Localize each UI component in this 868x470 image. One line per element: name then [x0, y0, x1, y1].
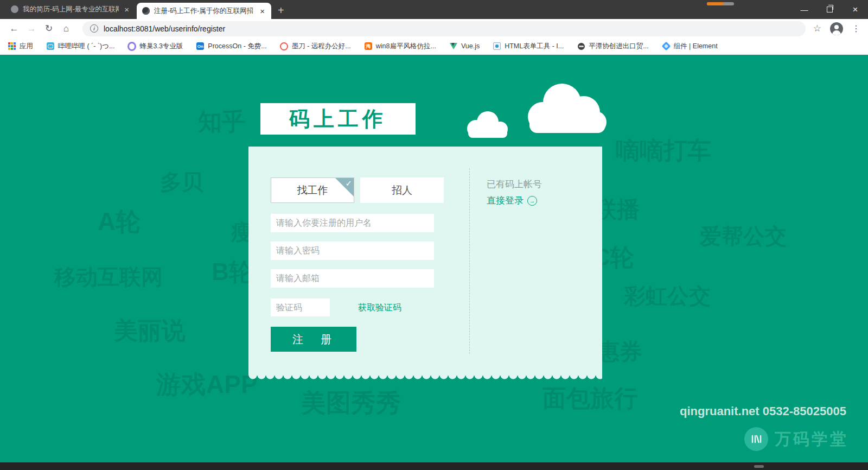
- tab-recruiter[interactable]: 招人: [360, 177, 444, 203]
- bookmark-label: HTML表单工具 - I...: [505, 42, 564, 51]
- background-watermark: B轮: [212, 256, 253, 288]
- bookmark-label: 蜂巢3.3专业版: [139, 42, 183, 51]
- background-watermark: 游戏APP: [156, 368, 258, 402]
- bookmark-star-icon[interactable]: ☆: [813, 23, 821, 34]
- url-text[interactable]: localhost:8081/web/userinfo/register: [104, 24, 225, 33]
- bookmark-label: 组件 | Element: [674, 42, 718, 51]
- login-hint: 已有码上帐号: [487, 178, 542, 190]
- browser-titlebar: 我的简历-码上网-最专业的互联网 × 注册-码上工作-属于你的互联网招 × + …: [0, 0, 868, 19]
- bookmark-pingtan[interactable]: 平潭协创进出口贸...: [577, 42, 648, 51]
- bookmarks-bar: 应用 哔哩哔哩 ( ´- `)つ... 蜂巢3.3专业版 On ProcessO…: [0, 38, 868, 55]
- restore-button[interactable]: [817, 0, 843, 19]
- restore-icon: [827, 7, 833, 12]
- browser-toolbar: ← → ↻ ⌂ i localhost:8081/web/userinfo/re…: [0, 19, 868, 38]
- element-logo-icon: [661, 42, 671, 51]
- tab-close-icon[interactable]: ×: [259, 7, 266, 15]
- register-button[interactable]: 注 册: [271, 327, 356, 352]
- cloud-big-icon: [520, 80, 607, 136]
- tab-jobseeker[interactable]: 找工作 ✓: [271, 177, 354, 203]
- background-watermark: 爱帮公交: [700, 221, 787, 251]
- brand-text: 万码学堂: [775, 428, 848, 450]
- tab-recruiter-label: 招人: [392, 183, 412, 198]
- password-input[interactable]: [271, 242, 434, 260]
- login-link[interactable]: 直接登录 →: [487, 194, 537, 207]
- login-link-label: 直接登录: [487, 194, 524, 207]
- check-icon: ✓: [345, 179, 352, 188]
- background-watermark: 知乎: [198, 106, 246, 138]
- forward-icon[interactable]: →: [23, 23, 40, 34]
- background-watermark: A轮: [98, 205, 141, 239]
- globe-icon: [578, 43, 585, 50]
- register-card: 找工作 ✓ 招人 获取验证码 注 册 已有码上帐号 直接登录 →: [248, 147, 602, 376]
- bilibili-icon: [47, 42, 54, 50]
- browser-window: 我的简历-码上网-最专业的互联网 × 注册-码上工作-属于你的互联网招 × + …: [0, 0, 868, 470]
- apps-grid-icon: [8, 42, 16, 50]
- dotted-divider: [469, 168, 470, 354]
- wanma-logo-icon: [744, 427, 768, 451]
- taskbar-hint: [754, 465, 764, 468]
- site-logo: 码上工作: [260, 103, 416, 135]
- logo-text: 码上工作: [289, 105, 387, 133]
- bookmark-fengchao[interactable]: 蜂巢3.3专业版: [127, 42, 183, 51]
- tab-title: 我的简历-码上网-最专业的互联网: [23, 5, 119, 14]
- bookmark-element-ui[interactable]: 组件 | Element: [662, 42, 718, 51]
- bookmark-label: Vue.js: [461, 42, 480, 50]
- window-controls: — ×: [792, 0, 868, 19]
- profile-avatar-icon[interactable]: [830, 22, 843, 35]
- new-tab-button[interactable]: +: [278, 3, 284, 17]
- modao-ring-icon: [280, 42, 288, 50]
- bookmark-processon[interactable]: On ProcessOn - 免费...: [196, 42, 266, 51]
- tab-favicon-icon: [142, 7, 150, 15]
- toolbar-right: ☆ ⋮: [813, 22, 863, 35]
- form-tool-icon: [493, 42, 501, 50]
- brand-watermark: 万码学堂: [744, 427, 848, 451]
- home-icon[interactable]: ⌂: [58, 23, 75, 34]
- background-watermark: 美丽说: [114, 315, 186, 347]
- bookmark-vuejs[interactable]: Vue.js: [449, 42, 480, 50]
- browser-tab-resume[interactable]: 我的简历-码上网-最专业的互联网 ×: [5, 0, 136, 18]
- bookmark-label: 应用: [20, 42, 33, 51]
- back-icon[interactable]: ←: [5, 23, 23, 34]
- register-page: 知乎 嘀嘀打车 多贝 联播 A轮 瘦 爱帮公交 C轮 B轮 移动互联网 彩虹公交…: [0, 55, 868, 462]
- bookmark-modao[interactable]: 墨刀 - 远程办公好...: [280, 42, 351, 51]
- hive-ring-icon: [127, 42, 136, 51]
- bookmark-label: 哔哩哔哩 ( ´- `)つ...: [58, 42, 114, 51]
- bookmark-bilibili[interactable]: 哔哩哔哩 ( ´- `)つ...: [46, 42, 114, 51]
- processon-icon: On: [196, 42, 204, 50]
- contact-watermark: qingruanit.net 0532-85025005: [680, 404, 846, 418]
- progress-indicator: [707, 2, 734, 5]
- bookmark-win8-template[interactable]: 淘 win8扁平风格仿拉...: [364, 42, 436, 51]
- background-watermark: 美图秀秀: [301, 386, 401, 420]
- background-watermark: 彩虹公交: [624, 281, 711, 311]
- bookmark-label: 平潭协创进出口贸...: [589, 42, 648, 51]
- bookmark-label: ProcessOn - 免费...: [208, 42, 266, 51]
- taskbar-strip: [0, 462, 868, 470]
- menu-icon[interactable]: ⋮: [852, 23, 860, 34]
- reload-icon[interactable]: ↻: [40, 23, 58, 34]
- background-watermark: 嘀嘀打车: [616, 135, 711, 167]
- tab-title: 注册-码上工作-属于你的互联网招: [154, 7, 254, 16]
- background-watermark: 面包旅行: [542, 383, 638, 415]
- bookmark-label: win8扁平风格仿拉...: [376, 42, 436, 51]
- background-watermark: 多贝: [160, 167, 203, 197]
- email-input[interactable]: [271, 269, 434, 288]
- arrow-right-icon: →: [527, 196, 537, 206]
- address-bar[interactable]: i localhost:8081/web/userinfo/register: [82, 21, 806, 36]
- username-input[interactable]: [271, 214, 434, 232]
- browser-tab-register[interactable]: 注册-码上工作-属于你的互联网招 ×: [137, 3, 271, 19]
- page-info-icon[interactable]: i: [90, 24, 98, 33]
- minimize-button[interactable]: —: [792, 0, 817, 19]
- background-watermark: 移动互联网: [54, 262, 163, 292]
- close-button[interactable]: ×: [843, 0, 868, 19]
- captcha-input[interactable]: [271, 298, 330, 316]
- tab-jobseeker-label: 找工作: [297, 183, 328, 198]
- vue-logo-icon: [450, 43, 457, 49]
- taobao-icon: 淘: [365, 42, 372, 50]
- bookmark-html-form-tool[interactable]: HTML表单工具 - I...: [493, 42, 564, 51]
- bookmark-apps[interactable]: 应用: [8, 42, 33, 51]
- tab-close-icon[interactable]: ×: [123, 5, 130, 14]
- tab-favicon-icon: [11, 5, 18, 13]
- bookmark-label: 墨刀 - 远程办公好...: [292, 42, 351, 51]
- get-captcha-link[interactable]: 获取验证码: [358, 302, 401, 314]
- cloud-small-icon: [463, 108, 514, 139]
